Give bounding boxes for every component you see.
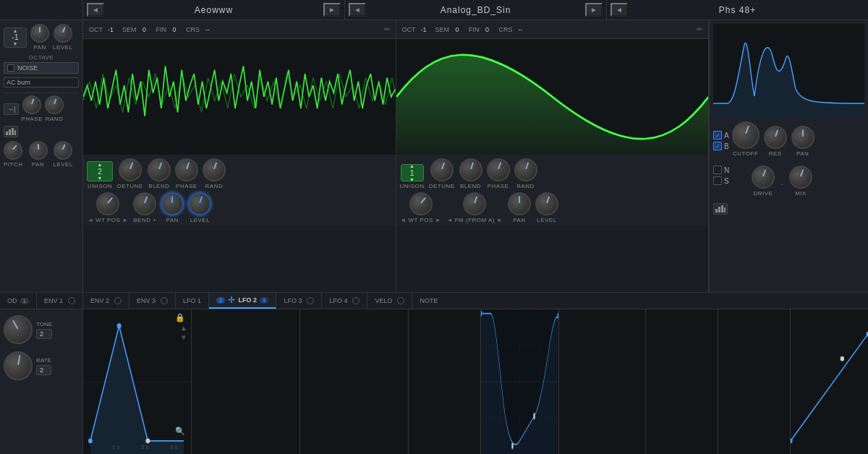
tab-env3[interactable]: ENV 3 [129, 293, 176, 309]
osc2-pan-knob[interactable] [508, 192, 531, 215]
tab-lfo3[interactable]: LFO 3 [276, 293, 322, 309]
osc2-fm-arrow-left[interactable]: ◄ [447, 217, 453, 223]
osc1-next-button[interactable]: ► [323, 3, 341, 17]
noise-checkbox[interactable] [7, 64, 14, 72]
rate-knob[interactable] [4, 351, 33, 380]
env1-zoom-icon[interactable]: 🔍 [175, 427, 185, 436]
osc2-fm-arrow-right[interactable]: ► [497, 217, 503, 223]
osc1-oct-group: OCT -1 [89, 26, 116, 33]
filter-b-checkbox[interactable]: ✓ [713, 142, 722, 150]
osc1-bend-label: BEND + [133, 217, 156, 223]
env1-scroll-up[interactable]: ▲ [180, 324, 187, 332]
osc1-wtpos-knob[interactable] [96, 192, 119, 215]
tab-lfo2[interactable]: 2 ✛ LFO 2 9 [209, 293, 276, 309]
osc2-prev-button[interactable]: ◄ [349, 3, 366, 17]
res-knob[interactable] [764, 126, 787, 149]
tab-lfo1[interactable]: LFO 1 [176, 293, 209, 309]
osc1-level-label: LEVEL [190, 217, 210, 223]
env1-scroll-down[interactable]: ▼ [180, 333, 187, 341]
tab-lfo2-badge: 9 [260, 297, 268, 304]
tab-lfo1-label: LFO 1 [183, 297, 201, 304]
tab-env2[interactable]: ENV 2 [83, 293, 129, 309]
level-knob[interactable] [54, 24, 72, 43]
filter-n-checkbox[interactable] [713, 166, 722, 174]
osc2-wt-arrow-left[interactable]: ◄ [401, 217, 407, 223]
tab-env1[interactable]: ENV 1 [37, 293, 83, 309]
tab-note[interactable]: NOTE [412, 293, 445, 309]
osc2-blend-knob[interactable] [459, 158, 482, 181]
cutoff-knob[interactable] [732, 121, 760, 149]
osc2-pan: PAN [508, 192, 531, 223]
osc1-phase-label: PHASE [176, 183, 197, 189]
osc2-detune-knob[interactable] [430, 158, 454, 181]
rand-knob-left[interactable] [45, 95, 64, 114]
bars-icon [4, 126, 18, 137]
osc3-prev-button[interactable]: ◄ [610, 3, 628, 17]
osc1-unison-stepper[interactable]: ▲ 2 ▼ [87, 161, 113, 181]
filter-s-checkbox[interactable] [713, 176, 722, 185]
osc2-wtpos-knob[interactable] [409, 192, 433, 215]
svg-rect-10 [724, 207, 726, 213]
tab-lfo4-indicator [352, 297, 359, 304]
octave-row: ▲ -1 ▼ PAN LEVEL [4, 24, 79, 51]
svg-rect-32 [718, 309, 790, 454]
osc2-phase-knob[interactable] [487, 158, 510, 181]
osc1-wt-arrow-right[interactable]: ► [122, 217, 128, 223]
osc2-crs-group: CRS -- [499, 26, 527, 33]
rate-label: RATE [36, 357, 51, 364]
tone-knob[interactable] [4, 315, 33, 344]
osc1-level-knob[interactable] [188, 192, 211, 215]
bottom-left-panel: TONE 2 RATE 2 [0, 309, 83, 454]
octave-label: OCTAVE [4, 54, 79, 61]
osc1-detune-knob[interactable] [119, 158, 142, 181]
svg-rect-1 [9, 129, 11, 135]
rate-row: RATE 2 [4, 351, 79, 380]
level-knob-2[interactable] [54, 141, 72, 160]
osc2-edit-icon[interactable]: ✏ [697, 25, 702, 33]
osc2-level: LEVEL [535, 192, 558, 223]
osc1-wt-arrow-left[interactable]: ◄ [88, 217, 93, 223]
osc2-title: Analog_BD_Sin [441, 5, 511, 15]
tab-env3-indicator [161, 297, 168, 304]
osc1-rand-knob[interactable] [203, 158, 226, 181]
octave-stepper[interactable]: ▲ -1 ▼ [4, 27, 27, 48]
osc1-phase-knob[interactable] [175, 158, 198, 181]
pan-knob[interactable] [30, 24, 49, 43]
tab-lfo3-indicator [307, 297, 314, 304]
env1-lock-icon[interactable]: 🔒 [175, 313, 185, 322]
ac-burn-input[interactable]: AC burn [4, 77, 79, 87]
osc2-wt-arrow-right[interactable]: ► [435, 217, 441, 223]
svg-rect-9 [721, 205, 723, 213]
tab-od[interactable]: OD 1 [0, 293, 37, 309]
tab-lfo2-move-icon[interactable]: ✛ [228, 295, 235, 305]
filter-pan-knob[interactable] [791, 126, 814, 149]
osc1-level: LEVEL [188, 192, 211, 223]
osc1-bend-knob[interactable] [133, 192, 156, 215]
pitch-knob[interactable] [4, 141, 22, 160]
pan-control-2: PAN [29, 141, 48, 168]
phase-knob-left[interactable] [22, 95, 41, 114]
svg-rect-3 [14, 130, 16, 135]
osc1-pan-knob[interactable] [161, 192, 184, 215]
osc2-level-knob[interactable] [535, 192, 558, 215]
osc1-edit-icon[interactable]: ✏ [384, 25, 390, 33]
filter-a-check: ✓ A [713, 131, 729, 140]
osc2-phase-label: PHASE [488, 183, 509, 189]
filter-ns-row: N S DRIVE - [713, 166, 864, 200]
mix-dash: - [780, 180, 783, 188]
osc2-unison-label: UNISON [400, 183, 425, 189]
drive-knob[interactable] [752, 166, 775, 189]
osc2-fin-group: FIN 0 [469, 26, 493, 33]
osc1-prev-button[interactable]: ◄ [87, 3, 104, 17]
osc2-unison-stepper[interactable]: ▲ 1 ▼ [401, 164, 424, 181]
osc1-blend-knob[interactable] [148, 158, 171, 181]
tab-lfo4[interactable]: LFO 4 [322, 293, 367, 309]
tone-label: TONE [36, 321, 52, 327]
osc2-fm-knob[interactable] [463, 192, 486, 215]
tab-velo[interactable]: VELO [367, 293, 412, 309]
pan-knob-2[interactable] [29, 141, 48, 160]
osc2-rand-knob[interactable] [514, 158, 537, 181]
mix-knob[interactable] [789, 166, 812, 189]
osc2-next-button[interactable]: ► [585, 3, 603, 17]
filter-a-checkbox[interactable]: ✓ [713, 131, 722, 140]
